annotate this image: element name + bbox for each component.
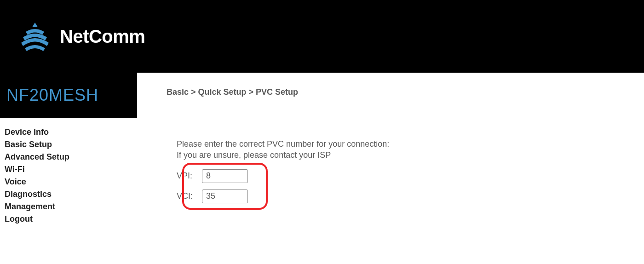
header: NetComm [0,0,644,73]
nav-device-info[interactable]: Device Info [5,126,137,138]
sidebar: NF20MESH Device Info Basic Setup Advance… [0,73,137,225]
vpi-input[interactable] [202,169,248,183]
brand-name: NetComm [60,26,145,47]
nav: Device Info Basic Setup Advanced Setup W… [0,118,137,225]
instruction-line-1: Please enter the correct PVC number for … [177,138,630,149]
instruction-line-2: If you are unsure, please contact your I… [177,149,630,161]
nav-basic-setup[interactable]: Basic Setup [5,138,137,151]
nav-wifi[interactable]: Wi-Fi [5,163,137,176]
model-box: NF20MESH [0,73,137,118]
model-name: NF20MESH [6,86,98,105]
breadcrumb: Basic > Quick Setup > PVC Setup [167,87,630,97]
pvc-form: VPI: VCI: [177,169,630,203]
nav-diagnostics[interactable]: Diagnostics [5,188,137,201]
instruction-text: Please enter the correct PVC number for … [177,138,630,161]
vpi-label: VPI: [177,171,202,181]
nav-management[interactable]: Management [5,201,137,213]
logo: NetComm [18,20,145,53]
nav-voice[interactable]: Voice [5,176,137,188]
netcomm-wifi-icon [18,20,52,53]
svg-marker-0 [32,23,38,27]
vci-label: VCI: [177,191,202,201]
nav-advanced-setup[interactable]: Advanced Setup [5,151,137,163]
nav-logout[interactable]: Logout [5,213,137,225]
vci-input[interactable] [202,189,248,203]
main-content: Basic > Quick Setup > PVC Setup Please e… [137,73,644,225]
